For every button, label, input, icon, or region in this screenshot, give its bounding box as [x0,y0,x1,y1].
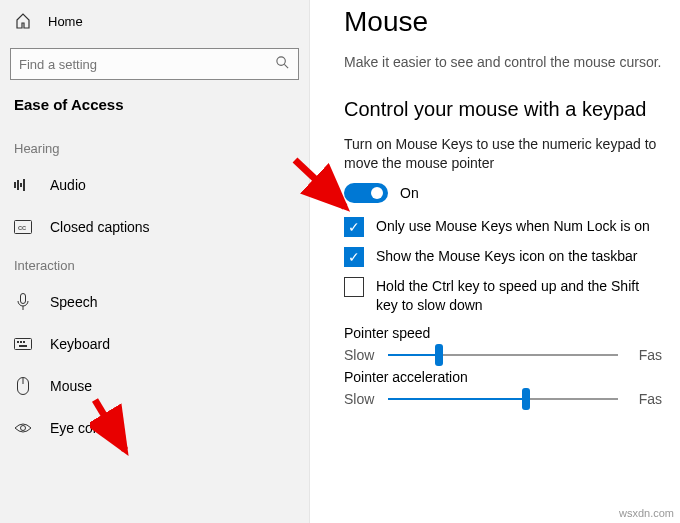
svg-rect-5 [23,179,25,191]
svg-rect-4 [20,183,22,187]
microphone-icon [14,293,32,311]
mouse-keys-toggle[interactable] [344,183,388,203]
sidebar: Home Ease of Access Hearing Audio cc Clo… [0,0,310,523]
home-icon [14,12,32,30]
pointer-accel-slider[interactable] [388,398,618,400]
eye-icon [14,419,32,437]
check-numlock-row: ✓ Only use Mouse Keys when Num Lock is o… [344,217,662,237]
slider-thumb[interactable] [522,388,530,410]
check-ctrlshift-row: Hold the Ctrl key to speed up and the Sh… [344,277,662,315]
sidebar-item-label: Speech [50,294,97,310]
sidebar-item-speech[interactable]: Speech [0,281,309,323]
svg-rect-14 [19,345,27,347]
svg-rect-8 [21,294,26,304]
section-desc: Turn on Mouse Keys to use the numeric ke… [344,135,662,173]
section-heading: Control your mouse with a keypad [344,98,662,121]
mouse-icon [14,377,32,395]
search-box[interactable] [10,48,299,80]
search-row [0,42,309,90]
slider-min-label: Slow [344,391,378,407]
toggle-knob [371,187,383,199]
audio-icon [14,176,32,194]
sidebar-item-label: Keyboard [50,336,110,352]
svg-rect-13 [23,341,25,343]
slider-fill [388,354,439,356]
svg-line-1 [284,64,288,68]
page-subtitle: Make it easier to see and control the mo… [344,54,662,70]
sidebar-item-audio[interactable]: Audio [0,164,309,206]
sidebar-item-label: Mouse [50,378,92,394]
svg-rect-12 [20,341,22,343]
search-icon [275,55,290,73]
content-pane: Mouse Make it easier to see and control … [310,0,680,523]
closed-captions-icon: cc [14,218,32,236]
slider-fill [388,398,526,400]
pointer-speed-block: Pointer speed Slow Fas [344,325,662,363]
page-title: Mouse [344,6,662,38]
slider-max-label: Fas [628,347,662,363]
slider-thumb[interactable] [435,344,443,366]
check-icon: ✓ [348,250,360,264]
group-hearing: Hearing [0,131,309,164]
slider-title: Pointer acceleration [344,369,662,385]
svg-point-0 [277,57,285,65]
category-title: Ease of Access [0,90,309,131]
slider-max-label: Fas [628,391,662,407]
svg-rect-3 [17,180,19,190]
pointer-accel-block: Pointer acceleration Slow Fas [344,369,662,407]
sidebar-item-label: Audio [50,177,86,193]
check-taskbar-row: ✓ Show the Mouse Keys icon on the taskba… [344,247,662,267]
sidebar-item-eye-control[interactable]: Eye control [0,407,309,449]
svg-rect-2 [14,182,16,188]
svg-point-17 [21,426,26,431]
sidebar-item-label: Eye control [50,420,120,436]
check-label: Hold the Ctrl key to speed up and the Sh… [376,277,662,315]
check-label: Show the Mouse Keys icon on the taskbar [376,247,637,266]
slider-row: Slow Fas [344,347,662,363]
svg-text:cc: cc [18,223,26,232]
toggle-state-label: On [400,185,419,201]
check-numlock[interactable]: ✓ [344,217,364,237]
svg-rect-11 [17,341,19,343]
slider-title: Pointer speed [344,325,662,341]
keyboard-icon [14,335,32,353]
sidebar-item-keyboard[interactable]: Keyboard [0,323,309,365]
group-interaction: Interaction [0,248,309,281]
check-label: Only use Mouse Keys when Num Lock is on [376,217,650,236]
watermark: wsxdn.com [619,507,674,519]
check-ctrlshift[interactable] [344,277,364,297]
mouse-keys-toggle-row: On [344,183,662,203]
check-icon: ✓ [348,220,360,234]
search-input[interactable] [19,57,275,72]
svg-rect-10 [15,339,32,350]
slider-row: Slow Fas [344,391,662,407]
home-nav[interactable]: Home [0,0,309,42]
sidebar-item-mouse[interactable]: Mouse [0,365,309,407]
sidebar-item-label: Closed captions [50,219,150,235]
home-label: Home [48,14,83,29]
pointer-speed-slider[interactable] [388,354,618,356]
sidebar-item-closed-captions[interactable]: cc Closed captions [0,206,309,248]
check-taskbar[interactable]: ✓ [344,247,364,267]
slider-min-label: Slow [344,347,378,363]
